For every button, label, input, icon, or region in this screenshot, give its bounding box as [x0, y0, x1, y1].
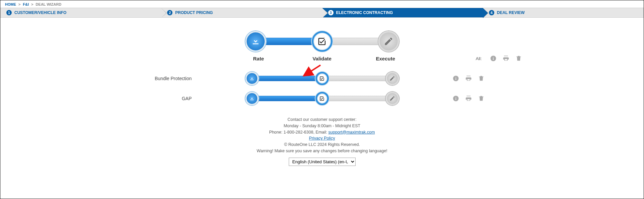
step-electronic-contracting[interactable]: 3 ELECTRONIC CONTRACTING	[322, 8, 483, 17]
delete-row-button[interactable]	[478, 95, 485, 102]
step-deal-review[interactable]: 4 DEAL REVIEW	[483, 8, 644, 17]
validate-label: Validate	[309, 56, 336, 61]
execute-label: Execute	[372, 56, 399, 61]
print-icon	[465, 75, 472, 82]
trash-icon	[478, 95, 485, 102]
checkbox-icon	[317, 37, 327, 46]
footer: Contact our customer support center: Mon…	[0, 117, 644, 166]
info-row-button[interactable]	[453, 75, 459, 82]
rate-node[interactable]	[245, 31, 266, 52]
footer-email-link[interactable]: support@maximtrak.com	[329, 130, 375, 135]
row-execute-node[interactable]	[386, 92, 399, 105]
row-label: GAP	[61, 96, 215, 101]
download-icon	[249, 75, 255, 81]
download-icon	[251, 36, 261, 46]
checkbox-icon	[319, 96, 325, 102]
pencil-icon	[384, 36, 394, 46]
footer-contact: Contact our customer support center:	[0, 117, 644, 123]
breadcrumb-fni[interactable]: F&I	[23, 2, 29, 6]
info-all-button[interactable]	[490, 55, 497, 62]
delete-row-button[interactable]	[478, 75, 485, 82]
print-row-button[interactable]	[465, 95, 472, 102]
step-number: 3	[328, 10, 334, 15]
print-all-button[interactable]	[503, 55, 509, 62]
footer-privacy-link[interactable]: Privacy Policy	[309, 136, 335, 141]
info-row-button[interactable]	[453, 95, 459, 102]
row-validate-node[interactable]	[315, 92, 329, 105]
row-label: Bundle Protection	[61, 76, 215, 81]
row-rate-node[interactable]	[245, 92, 259, 105]
info-icon	[490, 55, 497, 62]
row-validate-node[interactable]	[315, 72, 329, 85]
breadcrumb: HOME > F&I > DEAL WIZARD	[0, 0, 644, 8]
pencil-icon	[389, 95, 395, 102]
row-track	[245, 72, 399, 85]
step-number: 1	[6, 10, 12, 15]
trash-icon	[515, 55, 522, 62]
validate-node[interactable]	[312, 31, 333, 52]
step-bar: 1 CUSTOMER/VEHICLE INFO 2 PRODUCT PRICIN…	[0, 8, 644, 18]
footer-phone-line: Phone: 1-800-282-6308, Email: support@ma…	[0, 129, 644, 136]
footer-hours: Monday - Sunday 8:00am - Midnight EST	[0, 123, 644, 129]
process-header-labels: Rate Validate Execute	[245, 56, 399, 61]
print-icon	[503, 55, 509, 62]
checkbox-icon	[319, 76, 325, 81]
info-icon	[453, 95, 459, 102]
process-header-track	[245, 31, 399, 52]
footer-copyright: © RouteOne LLC 2024 Rights Reserved.	[0, 142, 644, 148]
pencil-icon	[389, 75, 395, 81]
breadcrumb-current: DEAL WIZARD	[36, 2, 61, 6]
row-rate-node[interactable]	[245, 72, 259, 85]
footer-warning: Warning! Make sure you save any changes …	[0, 148, 644, 154]
step-number: 2	[167, 10, 172, 15]
content-area: Rate Validate Execute All: Bundle Protec…	[0, 18, 644, 166]
step-number: 4	[489, 10, 494, 15]
footer-phone: Phone: 1-800-282-6308, Email:	[269, 130, 328, 135]
info-icon	[453, 75, 459, 82]
row-track	[245, 92, 399, 105]
download-icon	[249, 95, 255, 102]
language-select[interactable]: English (United States) (en-US)	[289, 158, 356, 166]
step-label: PRODUCT PRICING	[175, 10, 213, 15]
all-label: All:	[476, 56, 482, 61]
trash-icon	[478, 75, 485, 82]
step-customer-vehicle-info[interactable]: 1 CUSTOMER/VEHICLE INFO	[0, 8, 161, 17]
step-label: CUSTOMER/VEHICLE INFO	[14, 10, 67, 15]
breadcrumb-home[interactable]: HOME	[5, 2, 16, 6]
step-label: DEAL REVIEW	[497, 10, 525, 15]
row-execute-node[interactable]	[386, 72, 399, 85]
print-row-button[interactable]	[465, 75, 472, 82]
delete-all-button[interactable]	[515, 55, 522, 62]
step-label: ELECTRONIC CONTRACTING	[336, 10, 393, 15]
execute-node[interactable]	[378, 31, 399, 52]
print-icon	[465, 95, 472, 102]
rate-label: Rate	[245, 56, 272, 61]
step-product-pricing[interactable]: 2 PRODUCT PRICING	[161, 8, 322, 17]
